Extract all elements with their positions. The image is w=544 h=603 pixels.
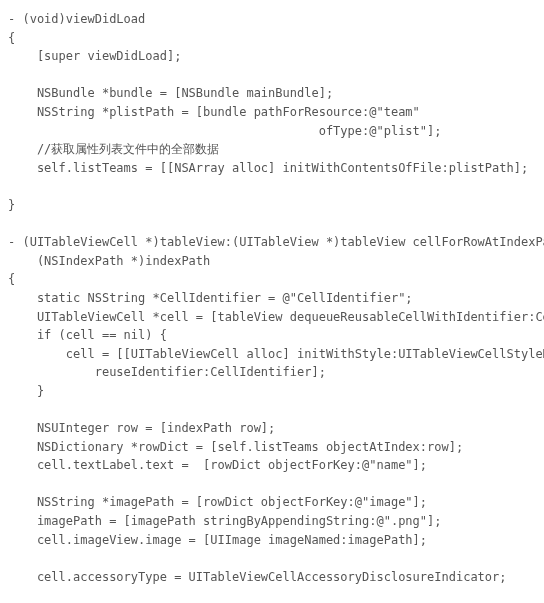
code-line: cell.imageView.image = [UIImage imageNam…	[8, 531, 536, 550]
code-line	[8, 177, 536, 196]
code-line	[8, 586, 536, 603]
code-line	[8, 400, 536, 419]
code-line: cell.textLabel.text = [rowDict objectFor…	[8, 456, 536, 475]
code-line: cell = [[UITableViewCell alloc] initWith…	[8, 345, 536, 364]
code-line: self.listTeams = [[NSArray alloc] initWi…	[8, 159, 536, 178]
code-line: cell.accessoryType = UITableViewCellAcce…	[8, 568, 536, 587]
code-line: {	[8, 270, 536, 289]
code-line: (NSIndexPath *)indexPath	[8, 252, 536, 271]
code-line	[8, 215, 536, 234]
code-line: NSString *imagePath = [rowDict objectFor…	[8, 493, 536, 512]
code-line	[8, 475, 536, 494]
code-line: - (void)viewDidLoad	[8, 10, 536, 29]
code-line: ofType:@"plist"];	[8, 122, 536, 141]
code-line	[8, 549, 536, 568]
code-line: }	[8, 382, 536, 401]
code-line: reuseIdentifier:CellIdentifier];	[8, 363, 536, 382]
code-line: [super viewDidLoad];	[8, 47, 536, 66]
code-line: static NSString *CellIdentifier = @"Cell…	[8, 289, 536, 308]
code-line: //获取属性列表文件中的全部数据	[8, 140, 536, 159]
code-line	[8, 66, 536, 85]
code-line: if (cell == nil) {	[8, 326, 536, 345]
code-line: NSString *plistPath = [bundle pathForRes…	[8, 103, 536, 122]
code-line: imagePath = [imagePath stringByAppending…	[8, 512, 536, 531]
code-line: NSUInteger row = [indexPath row];	[8, 419, 536, 438]
code-line: {	[8, 29, 536, 48]
code-block: - (void)viewDidLoad{ [super viewDidLoad]…	[8, 10, 536, 603]
code-line: UITableViewCell *cell = [tableView deque…	[8, 308, 536, 327]
code-line: NSBundle *bundle = [NSBundle mainBundle]…	[8, 84, 536, 103]
code-line: NSDictionary *rowDict = [self.listTeams …	[8, 438, 536, 457]
code-line: - (UITableViewCell *)tableView:(UITableV…	[8, 233, 536, 252]
code-line: }	[8, 196, 536, 215]
